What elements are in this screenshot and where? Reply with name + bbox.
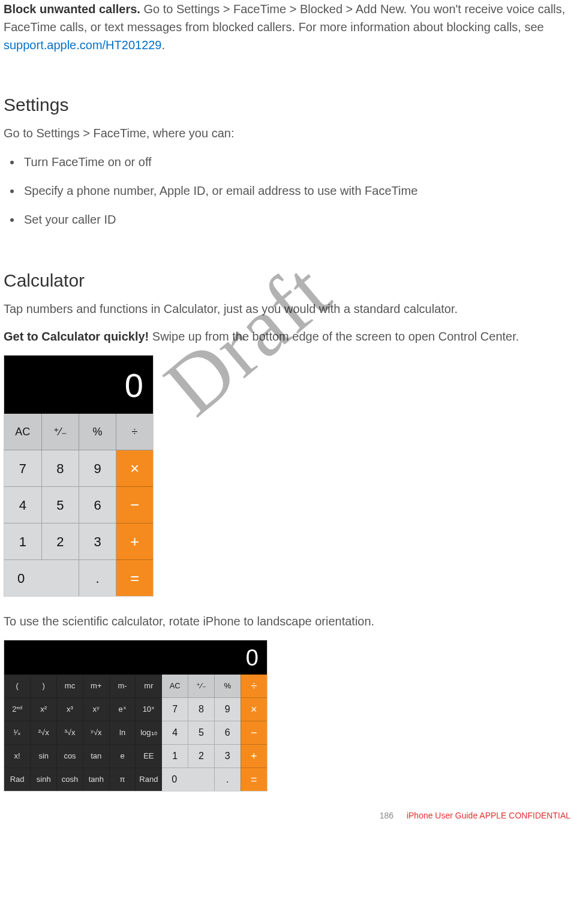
calculator-tip-bold: Get to Calculator quickly! [4,330,152,343]
calc-key-0[interactable]: 0 [4,560,79,597]
calc-key-dot[interactable]: . [79,560,116,597]
calc-key[interactable]: 9 [214,698,241,721]
calculator-tip-rest: Swipe up from the bottom edge of the scr… [152,330,519,343]
calc-key[interactable]: ¹⁄ₓ [4,721,31,745]
calculator-portrait: 0 AC ⁺∕₋ % ÷ 7 8 9 × 4 5 6 − 1 2 3 + 0 . [4,355,154,597]
calc-key[interactable]: × [241,698,267,721]
calc-key-percent[interactable]: % [79,414,116,450]
calc-key[interactable]: e [109,745,136,768]
bullet-item: Turn FaceTime on or off [22,153,574,171]
calc-row: 0 . = [4,560,153,597]
calc-key[interactable]: 10ˣ [136,698,162,721]
calc-land-row: Rad sinh cosh tanh π Rand 0 . = [4,768,267,791]
calc-key[interactable]: ʸ√x [83,721,109,745]
calc-key[interactable]: ) [31,675,57,698]
calc-key[interactable]: 2ⁿᵈ [4,698,31,721]
calc-key[interactable]: + [241,745,267,768]
settings-lead: Go to Settings > FaceTime, where you can… [4,124,574,142]
bullet-item: Set your caller ID [22,210,574,228]
calc-land-display: 0 [4,640,267,674]
calc-key[interactable]: 1 [162,745,188,768]
calc-key[interactable]: ⁺∕₋ [188,675,215,698]
calc-key-multiply[interactable]: × [116,450,153,487]
calc-key[interactable]: m+ [83,675,109,698]
calculator-heading: Calculator [4,267,574,294]
support-link[interactable]: support.apple.com/HT201229 [4,38,162,52]
calc-key-3[interactable]: 3 [79,523,116,560]
calc-key[interactable]: AC [162,675,188,698]
calc-key[interactable]: ÷ [241,675,267,698]
calc-key-equals[interactable]: = [241,768,267,791]
calc-key[interactable]: ³√x [57,721,83,745]
calc-key-9[interactable]: 9 [79,450,116,487]
calc-key[interactable]: mr [136,675,162,698]
calc-row: 4 5 6 − [4,487,153,523]
calc-key[interactable]: Rand [136,768,162,791]
calc-row-func: AC ⁺∕₋ % ÷ [4,414,153,450]
calc-key[interactable]: ²√x [31,721,57,745]
calc-key[interactable]: m- [109,675,136,698]
calc-key-5[interactable]: 5 [41,487,79,523]
block-callers-paragraph: Block unwanted callers. Go to Settings >… [4,0,574,54]
calc-key[interactable]: % [214,675,241,698]
calc-key[interactable]: x² [31,698,57,721]
calc-key-dot[interactable]: . [214,768,241,791]
calc-key[interactable]: − [241,721,267,745]
calc-key-equals[interactable]: = [116,560,153,597]
calc-key[interactable]: sinh [31,768,57,791]
calc-key[interactable]: log₁₀ [136,721,162,745]
calc-key[interactable]: tan [83,745,109,768]
calc-land-row: ( ) mc m+ m- mr AC ⁺∕₋ % ÷ [4,675,267,698]
calc-key[interactable]: ln [109,721,136,745]
calc-key[interactable]: 8 [188,698,215,721]
calc-key[interactable]: xʸ [83,698,109,721]
calc-key[interactable]: x³ [57,698,83,721]
calc-key[interactable]: cos [57,745,83,768]
calc-key-sign[interactable]: ⁺∕₋ [41,414,79,450]
calc-key[interactable]: 7 [162,698,188,721]
bullet-item: Specify a phone number, Apple ID, or ema… [22,182,574,200]
calc-key[interactable]: 4 [162,721,188,745]
calc-key[interactable]: EE [136,745,162,768]
calc-row: 1 2 3 + [4,523,153,560]
calc-key[interactable]: π [109,768,136,791]
period: . [162,38,166,52]
calc-key[interactable]: Rad [4,768,31,791]
calc-key-ac[interactable]: AC [4,414,41,450]
calc-key-minus[interactable]: − [116,487,153,523]
calc-key[interactable]: eˣ [109,698,136,721]
calc-key[interactable]: mc [57,675,83,698]
page-footer: 186 iPhone User Guide APPLE CONFIDENTIAL [4,797,574,822]
calc-key[interactable]: tanh [83,768,109,791]
calc-key-2[interactable]: 2 [41,523,79,560]
calc-key-plus[interactable]: + [116,523,153,560]
calc-land-row: ¹⁄ₓ ²√x ³√x ʸ√x ln log₁₀ 4 5 6 − [4,721,267,745]
calc-key-divide[interactable]: ÷ [116,414,153,450]
calc-key[interactable]: 6 [214,721,241,745]
calc-land-row: 2ⁿᵈ x² x³ xʸ eˣ 10ˣ 7 8 9 × [4,698,267,721]
block-callers-bold: Block unwanted callers. [4,2,143,16]
calc-land-row: x! sin cos tan e EE 1 2 3 + [4,745,267,768]
calculator-landscape: 0 ( ) mc m+ m- mr AC ⁺∕₋ % ÷ 2ⁿᵈ x² x³ x… [4,640,268,791]
calc-key-6[interactable]: 6 [79,487,116,523]
calc-key[interactable]: 5 [188,721,215,745]
calc-display: 0 [4,356,153,413]
calculator-intro: Tap numbers and functions in Calculator,… [4,300,574,318]
calc-key-1[interactable]: 1 [4,523,41,560]
calculator-tip: Get to Calculator quickly! Swipe up from… [4,327,574,345]
calc-row: 7 8 9 × [4,450,153,487]
calc-key[interactable]: ( [4,675,31,698]
calc-key[interactable]: 2 [188,745,215,768]
calc-key-0[interactable]: 0 [162,768,215,791]
calc-key[interactable]: 3 [214,745,241,768]
calc-key[interactable]: sin [31,745,57,768]
settings-heading: Settings [4,91,574,118]
calculator-landscape-note: To use the scientific calculator, rotate… [4,612,574,630]
page-number: 186 [380,811,393,820]
calc-key-4[interactable]: 4 [4,487,41,523]
calc-key-7[interactable]: 7 [4,450,41,487]
calc-key-8[interactable]: 8 [41,450,79,487]
footer-title: iPhone User Guide APPLE CONFIDENTIAL [407,811,570,820]
calc-key[interactable]: cosh [57,768,83,791]
calc-key[interactable]: x! [4,745,31,768]
